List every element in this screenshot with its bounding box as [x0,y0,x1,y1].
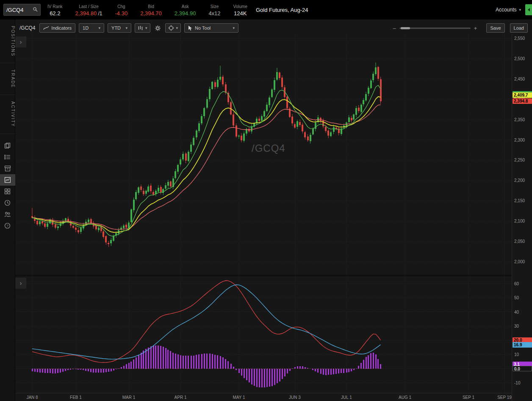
archive-icon[interactable] [0,163,15,174]
indicator-axis-label: 40 [514,310,519,315]
search-icon [33,6,38,14]
indicator-axis-label: 60 [514,281,519,286]
chevron-down-icon: ▾ [519,8,521,12]
quote-field: Size4x12 [208,4,220,17]
price-axis-label: 2,250 [514,158,525,162]
drawing-tool-value: No Tool [195,25,211,31]
chart-style-icon [138,25,143,31]
quote-field: Ask2,394.90 [175,4,196,17]
price-axis-label: 2,050 [514,239,525,244]
save-button[interactable]: Save [486,23,504,33]
history-clock-icon[interactable] [0,197,15,209]
price-axis-label: 2,550 [514,36,525,41]
indicator-panel-collapse-button[interactable]: › [15,278,26,289]
range-dropdown[interactable]: YTD ▾ [108,23,131,33]
load-button[interactable]: Load [510,23,528,33]
time-axis-label: JUL 1 [337,395,356,400]
indicator-axis-label: -10 [514,381,520,385]
indicator-axis-label: 30 [514,324,519,329]
sidebar-tab-trade[interactable]: TRADE [0,63,15,95]
time-axis-label: AUG 1 [396,395,414,400]
price-axis-label: 2,100 [514,219,525,223]
time-axis-label: JAN 8 [23,395,42,400]
apps-grid-icon[interactable] [0,186,15,197]
indicators-label: Indicators [51,25,72,31]
sidebar-tab-activity[interactable]: ACTIVITY [0,95,15,134]
indicator-axis-label: 50 [514,295,519,300]
price-chart[interactable] [15,34,512,275]
timeframe-dropdown[interactable]: 1D ▾ [79,23,104,33]
price-axis-label: 2,150 [514,198,525,203]
zoom-slider[interactable] [399,28,471,29]
symbol-input[interactable]: /GCQ4 [6,7,31,13]
time-axis-label: APR 1 [171,395,190,400]
chevron-down-icon: ▾ [126,26,128,30]
price-axis-label: 2,500 [514,56,525,61]
zoom-slider-handle[interactable] [401,27,410,29]
time-axis-label: SEP 1 [459,395,478,400]
price-axis-label: 2,350 [514,117,525,122]
indicators-button[interactable]: Indicators [39,23,75,33]
quote-field: Chg-4.30 [115,4,128,17]
indicator-value-badge: 0.0 [513,366,532,371]
chart-style-dropdown[interactable]: ▾ [135,23,150,33]
time-axis-label: MAY 1 [230,395,248,400]
drawing-tool-dropdown[interactable]: No Tool ▾ [184,23,238,33]
sidebar-icon-stack: ? [0,140,15,231]
last-price-badge: 2,394.8 [513,98,532,104]
time-axis-label: MAR 1 [119,395,138,400]
time-axis-label: SEP 19 [495,395,514,400]
range-value: YTD [111,25,121,31]
chart-area: /GCQ4 › › JAN 8FEB 1MAR 1APR 1MAY 1JUN 3… [15,34,532,401]
quote-field: IV Rank62.2 [47,4,63,17]
time-axis-label: FEB 1 [66,395,85,400]
zoom-control: – + [393,25,477,31]
chart-symbol-label: /GCQ4 [19,25,35,31]
account-panel-toggle[interactable] [525,4,532,15]
zoom-out-button[interactable]: – [393,25,396,31]
ma-value-badge: 2,409.7 [513,92,532,98]
symbol-search[interactable]: /GCQ4 [3,4,41,16]
product-name: Gold Futures, Aug-24 [256,7,308,13]
time-axis-label: JUN 3 [285,395,304,400]
quote-field: Bid2,394.70 [140,4,162,17]
price-axis-label: 2,300 [514,138,525,142]
price-axis: 2,5502,5002,4502,4002,3502,3002,2502,200… [512,34,532,401]
indicator-chart[interactable] [15,276,512,393]
timeframe-value: 1D [83,25,89,31]
people-icon[interactable] [0,209,15,220]
chart-toolbar: /GCQ4 Indicators 1D ▾ YTD ▾ ▾ ▾ No Tool [15,19,532,34]
chevron-down-icon: ▾ [145,26,147,30]
price-axis-label: 2,450 [514,77,525,81]
accounts-label: Accounts [496,7,516,13]
chevron-down-icon: ▾ [233,26,235,30]
time-axis: JAN 8FEB 1MAR 1APR 1MAY 1JUN 3JUL 1AUG 1… [15,393,512,401]
sidebar-tab-positions[interactable]: POSITIONS [0,19,15,63]
chevron-down-icon: ▾ [176,26,178,30]
accounts-menu[interactable]: Accounts ▾ [496,7,521,13]
chart-icon[interactable] [0,174,15,186]
help-icon[interactable]: ? [0,220,15,231]
indicator-value-badge: 16.9 [513,342,532,348]
price-axis-label: 2,200 [514,178,525,183]
settings-gear-icon[interactable] [154,25,162,31]
indicators-icon [43,25,49,31]
indicator-axis-label: 10 [514,352,519,357]
quote-field: Volume124K [233,4,247,17]
quote-header: /GCQ4 IV Rank62.2Last / Size2,394.80 /1C… [0,0,532,19]
svg-text:?: ? [6,224,8,228]
left-sidebar: POSITIONS TRADE ACTIVITY ? [0,19,15,401]
documents-icon[interactable] [0,140,15,151]
zoom-in-button[interactable]: + [474,25,477,31]
chart-gadget: /GCQ4 Indicators 1D ▾ YTD ▾ ▾ ▾ No Tool [15,19,532,401]
quote-field: Last / Size2,394.80 /1 [75,4,103,17]
crosshair-dropdown[interactable]: ▾ [165,23,181,33]
watchlist-icon[interactable] [0,151,15,163]
topbar-fields: IV Rank62.2Last / Size2,394.80 /1Chg-4.3… [47,3,247,17]
chevron-left-icon [528,8,530,11]
price-axis-label: 2,000 [514,259,525,264]
pointer-icon [188,25,192,31]
price-panel-collapse-button[interactable]: › [15,36,26,47]
crosshair-icon [168,25,174,31]
chevron-down-icon: ▾ [99,26,101,30]
